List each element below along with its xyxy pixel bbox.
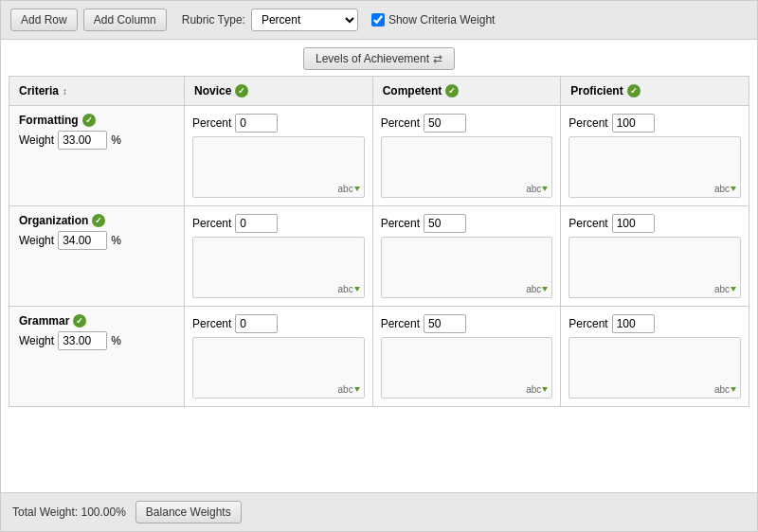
show-criteria-weight-checkbox[interactable]: [371, 13, 385, 27]
add-row-button[interactable]: Add Row: [10, 9, 78, 31]
abc-arrow-r2-n: [354, 387, 360, 392]
percent-row-r0-competent: Percent: [381, 114, 553, 133]
cell-row2-competent: Percent abc: [373, 307, 562, 407]
rubric-grid: Criteria ↕ Novice Competent Proficient F…: [9, 76, 749, 407]
rubric-editor: Add Row Add Column Rubric Type: Percent …: [0, 0, 758, 532]
show-criteria-weight-text: Show Criteria Weight: [388, 13, 496, 27]
rubric-type-select[interactable]: Percent Points Custom Points: [251, 9, 358, 31]
percent-label-r2-p: Percent: [568, 317, 607, 330]
toolbar: Add Row Add Column Rubric Type: Percent …: [1, 1, 757, 40]
text-area-r2-p[interactable]: abc: [568, 337, 741, 399]
criteria-name-0: Formatting: [19, 114, 174, 127]
header-proficient: Proficient: [561, 77, 749, 106]
text-area-r1-n[interactable]: abc: [192, 237, 365, 298]
abc-badge-r0-c: abc: [526, 184, 548, 194]
levels-of-achievement-text: Levels of Achievement: [316, 52, 429, 65]
levels-of-achievement-button[interactable]: Levels of Achievement ⇄: [303, 47, 455, 70]
text-area-r0-c[interactable]: abc: [381, 136, 553, 198]
criteria-header-text: Criteria: [19, 84, 59, 98]
text-area-r1-p[interactable]: abc: [568, 237, 741, 298]
total-weight-text: Total Weight: 100.00%: [12, 505, 126, 519]
abc-badge-r2-p: abc: [714, 384, 736, 395]
weight-unit-0: %: [111, 133, 121, 147]
cell-row0-proficient: Percent abc: [561, 106, 749, 206]
weight-row-0: Weight %: [19, 131, 174, 150]
rubric-type-label: Rubric Type:: [182, 13, 245, 27]
abc-arrow-r1-n: [354, 287, 360, 292]
percent-input-r0-p[interactable]: [612, 114, 655, 133]
abc-badge-r0-n: abc: [338, 184, 360, 194]
percent-input-r1-p[interactable]: [612, 214, 655, 233]
levels-header-row: Levels of Achievement ⇄: [9, 47, 749, 70]
weight-unit-2: %: [111, 334, 121, 347]
percent-input-r0-c[interactable]: [424, 114, 466, 133]
percent-label-r2-c: Percent: [381, 317, 420, 330]
percent-label-r1-p: Percent: [568, 217, 607, 230]
percent-input-r2-c[interactable]: [424, 314, 466, 333]
percent-label-r0-p: Percent: [568, 116, 607, 130]
organization-check-icon: [92, 214, 105, 227]
cell-row2-novice: Percent abc: [185, 307, 373, 407]
add-column-button[interactable]: Add Column: [83, 9, 167, 31]
criteria-sort-icon: ↕: [63, 86, 67, 97]
criteria-row-1: Organization Weight %: [9, 206, 185, 307]
criteria-row-0: Formatting Weight %: [9, 106, 185, 206]
text-area-r0-n[interactable]: abc: [192, 136, 365, 198]
percent-input-r1-c[interactable]: [424, 214, 466, 233]
cell-row1-competent: Percent abc: [373, 206, 562, 307]
text-area-r1-c[interactable]: abc: [381, 237, 553, 298]
percent-label-r2-n: Percent: [192, 317, 231, 330]
balance-weights-button[interactable]: Balance Weights: [135, 501, 242, 523]
abc-arrow-r2-c: [542, 387, 548, 392]
abc-arrow-r1-p: [731, 287, 736, 292]
percent-input-r1-n[interactable]: [235, 214, 278, 233]
abc-badge-r2-n: abc: [338, 384, 360, 395]
weight-row-1: Weight %: [19, 231, 174, 250]
weight-input-0[interactable]: [58, 131, 107, 150]
weight-unit-1: %: [111, 234, 121, 247]
abc-badge-r2-c: abc: [526, 384, 548, 395]
swap-icon: ⇄: [433, 52, 442, 65]
novice-check-icon: [235, 84, 248, 98]
cell-row1-novice: Percent abc: [185, 206, 373, 307]
cell-row2-proficient: Percent abc: [561, 307, 749, 407]
cell-row1-proficient: Percent abc: [561, 206, 749, 307]
weight-label-2: Weight: [19, 334, 54, 347]
competent-header-text: Competent: [383, 84, 442, 98]
criteria-name-1: Organization: [19, 214, 174, 227]
percent-input-r2-p[interactable]: [612, 314, 655, 333]
proficient-header-text: Proficient: [570, 84, 623, 98]
grammar-check-icon: [73, 314, 86, 328]
percent-row-r0-novice: Percent: [192, 114, 365, 133]
header-novice: Novice: [185, 77, 373, 106]
abc-arrow-r1-c: [542, 287, 548, 292]
text-area-r2-n[interactable]: abc: [192, 337, 365, 399]
show-criteria-weight-label[interactable]: Show Criteria Weight: [371, 13, 496, 27]
text-area-r0-p[interactable]: abc: [568, 136, 741, 198]
footer: Total Weight: 100.00% Balance Weights: [1, 492, 757, 531]
weight-input-1[interactable]: [58, 231, 107, 250]
novice-header-text: Novice: [194, 84, 231, 98]
percent-input-r2-n[interactable]: [235, 314, 278, 333]
percent-label-r0-c: Percent: [381, 116, 420, 130]
header-competent: Competent: [373, 77, 562, 106]
percent-label-r1-c: Percent: [381, 217, 420, 230]
criteria-name-2: Grammar: [19, 314, 174, 328]
abc-arrow-r0-p: [731, 186, 736, 191]
abc-badge-r1-c: abc: [526, 284, 548, 294]
weight-label-0: Weight: [19, 133, 54, 147]
weight-row-2: Weight %: [19, 331, 174, 350]
percent-label-r0-n: Percent: [192, 116, 231, 130]
weight-input-2[interactable]: [58, 331, 107, 350]
cell-row0-novice: Percent abc: [185, 106, 373, 206]
cell-row0-competent: Percent abc: [373, 106, 562, 206]
text-area-r2-c[interactable]: abc: [381, 337, 553, 399]
percent-row-r0-proficient: Percent: [568, 114, 741, 133]
abc-arrow-r2-p: [731, 387, 736, 392]
abc-arrow-r0-n: [354, 186, 360, 191]
abc-badge-r1-n: abc: [338, 284, 360, 294]
competent-check-icon: [445, 84, 459, 98]
abc-badge-r0-p: abc: [714, 184, 736, 194]
criteria-row-2: Grammar Weight %: [9, 307, 185, 407]
percent-input-r0-n[interactable]: [235, 114, 278, 133]
